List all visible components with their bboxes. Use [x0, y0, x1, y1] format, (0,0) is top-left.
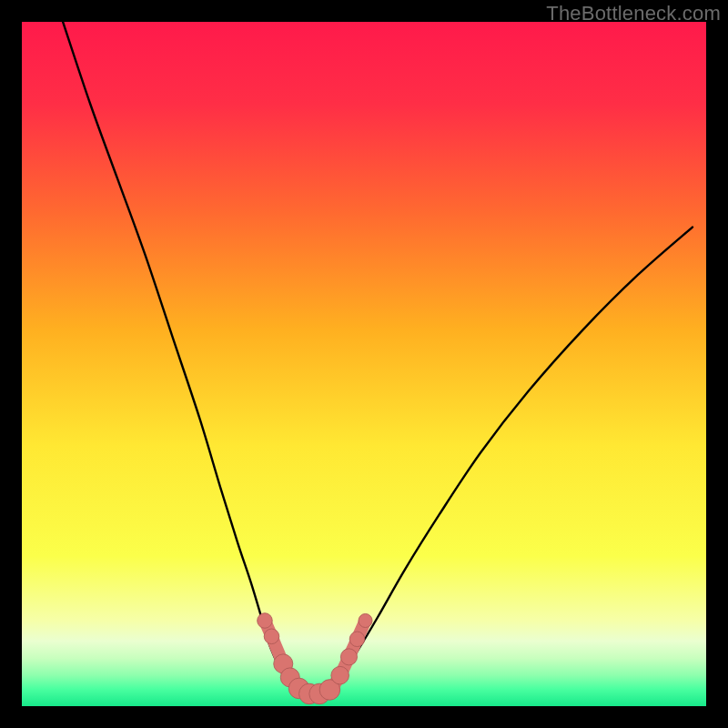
marker-dot: [264, 629, 279, 644]
plot-area: [22, 22, 706, 706]
outer-frame: TheBottleneck.com: [0, 0, 728, 728]
marker-dot: [340, 649, 357, 665]
marker-dot: [258, 613, 273, 629]
marker-dot: [359, 613, 372, 627]
curve-right-curve: [329, 228, 693, 693]
curves-layer: [22, 22, 706, 706]
curve-left-curve: [63, 22, 302, 693]
watermark-text: TheBottleneck.com: [546, 2, 721, 25]
marker-dot: [331, 666, 349, 684]
marker-dot: [349, 632, 365, 647]
